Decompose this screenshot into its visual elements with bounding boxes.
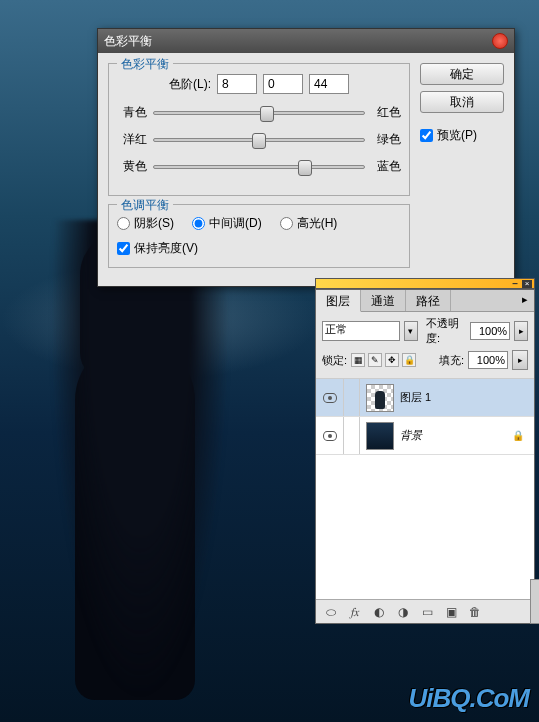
link-col[interactable] bbox=[344, 379, 360, 416]
preserve-luminosity-checkbox[interactable] bbox=[117, 242, 130, 255]
tone-midtones[interactable]: 中间调(D) bbox=[192, 215, 262, 232]
fill-input[interactable] bbox=[468, 351, 508, 369]
tone-shadows-label: 阴影(S) bbox=[134, 215, 174, 232]
tone-highlights[interactable]: 高光(H) bbox=[280, 215, 338, 232]
panel-tabs: 图层 通道 路径 ▸ bbox=[316, 290, 534, 312]
slider-thumb-2[interactable] bbox=[298, 160, 312, 176]
delete-layer-icon[interactable]: 🗑 bbox=[464, 603, 486, 621]
layer-name[interactable]: 图层 1 bbox=[400, 390, 534, 405]
preview-checkbox[interactable] bbox=[420, 129, 433, 142]
panel-resize-handle[interactable] bbox=[530, 579, 539, 624]
color-balance-legend: 色彩平衡 bbox=[117, 56, 173, 73]
ok-button[interactable]: 确定 bbox=[420, 63, 504, 85]
lock-label: 锁定: bbox=[322, 353, 347, 368]
preview-label: 预览(P) bbox=[437, 127, 477, 144]
slider-thumb-1[interactable] bbox=[252, 133, 266, 149]
link-layers-icon[interactable]: ⬭ bbox=[320, 603, 342, 621]
layer-thumbnail[interactable] bbox=[366, 384, 394, 412]
tab-paths[interactable]: 路径 bbox=[406, 290, 451, 311]
layers-panel: 图层 通道 路径 ▸ 正常 ▾ 不透明度: ▸ 锁定: ▦ ✎ ✥ 🔒 bbox=[315, 289, 535, 624]
dialog-titlebar[interactable]: 色彩平衡 bbox=[98, 29, 514, 53]
layer-style-icon[interactable]: 𝑓𝑥 bbox=[344, 603, 366, 621]
tone-shadows-radio[interactable] bbox=[117, 217, 130, 230]
layer-thumbnail[interactable] bbox=[366, 422, 394, 450]
tone-balance-group: 色调平衡 阴影(S) 中间调(D) 高光(H) bbox=[108, 204, 410, 268]
level-input-1[interactable] bbox=[263, 74, 303, 94]
layer-row[interactable]: 背景 🔒 bbox=[316, 417, 534, 455]
cancel-button[interactable]: 取消 bbox=[420, 91, 504, 113]
dialog-title: 色彩平衡 bbox=[104, 33, 492, 50]
fill-label: 填充: bbox=[439, 353, 464, 368]
tone-shadows[interactable]: 阴影(S) bbox=[117, 215, 174, 232]
close-icon[interactable] bbox=[492, 33, 508, 49]
bg-figure bbox=[50, 220, 230, 700]
new-layer-icon[interactable]: ▣ bbox=[440, 603, 462, 621]
slider-right-1: 绿色 bbox=[371, 131, 401, 148]
lock-transparency-icon[interactable]: ▦ bbox=[351, 353, 365, 367]
lock-all-icon[interactable]: 🔒 bbox=[402, 353, 416, 367]
panel-menu-icon[interactable]: ▸ bbox=[516, 290, 534, 311]
panel-footer: ⬭ 𝑓𝑥 ◐ ◑ ▭ ▣ 🗑 bbox=[316, 599, 534, 623]
fill-chevron-icon[interactable]: ▸ bbox=[512, 350, 528, 370]
layer-mask-icon[interactable]: ◐ bbox=[368, 603, 390, 621]
color-balance-dialog: 色彩平衡 色彩平衡 色阶(L): 青色 红色 洋红 bbox=[97, 28, 515, 287]
layers-list: 图层 1 背景 🔒 bbox=[316, 379, 534, 599]
minimize-icon[interactable]: – bbox=[510, 280, 520, 288]
watermark: UiBQ.CoM bbox=[408, 683, 529, 714]
visibility-toggle[interactable] bbox=[316, 417, 344, 454]
panel-topbar[interactable]: – × bbox=[315, 278, 535, 289]
slider-right-0: 红色 bbox=[371, 104, 401, 121]
layer-row[interactable]: 图层 1 bbox=[316, 379, 534, 417]
slider-left-0: 青色 bbox=[117, 104, 147, 121]
opacity-label: 不透明度: bbox=[426, 316, 466, 346]
eye-icon bbox=[323, 431, 337, 441]
eye-icon bbox=[323, 393, 337, 403]
slider-left-2: 黄色 bbox=[117, 158, 147, 175]
tone-highlights-radio[interactable] bbox=[280, 217, 293, 230]
tab-channels[interactable]: 通道 bbox=[361, 290, 406, 311]
tone-balance-legend: 色调平衡 bbox=[117, 197, 173, 214]
tab-layers[interactable]: 图层 bbox=[316, 290, 361, 312]
levels-label: 色阶(L): bbox=[169, 76, 211, 93]
tone-highlights-label: 高光(H) bbox=[297, 215, 338, 232]
tone-midtones-label: 中间调(D) bbox=[209, 215, 262, 232]
slider-track-2[interactable] bbox=[153, 165, 365, 169]
slider-track-1[interactable] bbox=[153, 138, 365, 142]
opacity-input[interactable] bbox=[470, 322, 510, 340]
slider-thumb-0[interactable] bbox=[260, 106, 274, 122]
preserve-luminosity[interactable]: 保持亮度(V) bbox=[117, 240, 401, 257]
layers-panel-wrapper: – × 图层 通道 路径 ▸ 正常 ▾ 不透明度: ▸ 锁定: ▦ ✎ bbox=[315, 278, 535, 624]
lock-indicator-icon: 🔒 bbox=[512, 430, 524, 442]
blend-mode-select[interactable]: 正常 bbox=[322, 321, 400, 341]
preview-check[interactable]: 预览(P) bbox=[420, 127, 504, 144]
visibility-toggle[interactable] bbox=[316, 379, 344, 416]
slider-left-1: 洋红 bbox=[117, 131, 147, 148]
slider-track-0[interactable] bbox=[153, 111, 365, 115]
opacity-chevron-icon[interactable]: ▸ bbox=[514, 321, 528, 341]
tone-midtones-radio[interactable] bbox=[192, 217, 205, 230]
layer-name[interactable]: 背景 bbox=[400, 428, 512, 443]
color-balance-group: 色彩平衡 色阶(L): 青色 红色 洋红 绿色 bbox=[108, 63, 410, 196]
slider-right-2: 蓝色 bbox=[371, 158, 401, 175]
panel-close-icon[interactable]: × bbox=[522, 280, 532, 288]
level-input-2[interactable] bbox=[309, 74, 349, 94]
link-col[interactable] bbox=[344, 417, 360, 454]
preserve-luminosity-label: 保持亮度(V) bbox=[134, 240, 198, 257]
new-group-icon[interactable]: ▭ bbox=[416, 603, 438, 621]
level-input-0[interactable] bbox=[217, 74, 257, 94]
lock-position-icon[interactable]: ✥ bbox=[385, 353, 399, 367]
blend-dropdown-icon[interactable]: ▾ bbox=[404, 321, 418, 341]
adjustment-layer-icon[interactable]: ◑ bbox=[392, 603, 414, 621]
lock-pixels-icon[interactable]: ✎ bbox=[368, 353, 382, 367]
